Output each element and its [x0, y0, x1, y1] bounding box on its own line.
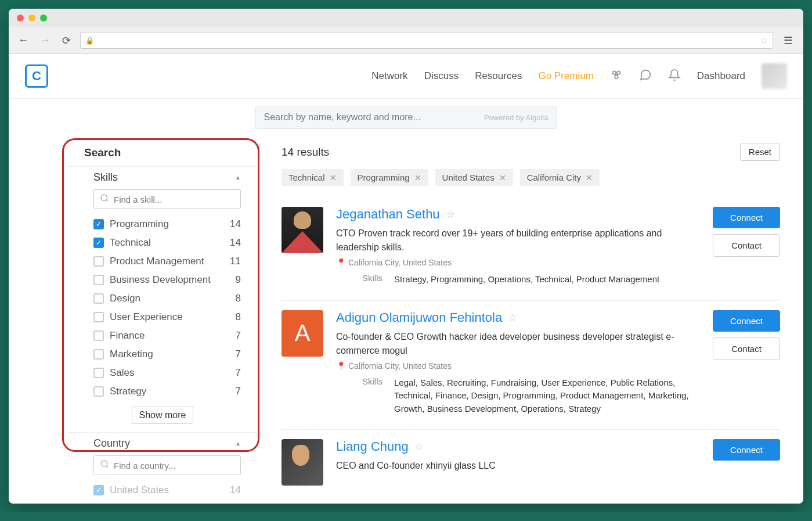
- facet-item-design[interactable]: Design 8: [67, 289, 258, 308]
- lock-icon: 🔒: [85, 37, 94, 45]
- chip-remove-icon[interactable]: ✕: [414, 173, 421, 182]
- svg-point-3: [101, 195, 107, 201]
- connect-button[interactable]: Connect: [713, 439, 780, 461]
- search-row: Powered by Algolia: [9, 99, 803, 136]
- nav-go-premium[interactable]: Go Premium: [538, 70, 593, 82]
- checkbox-icon[interactable]: [93, 256, 104, 267]
- result-location: 📍California City, United States: [336, 361, 700, 371]
- result-body: Jeganathan Sethu ☆ CTO Proven track reco…: [336, 207, 700, 286]
- result-actions: Connect: [713, 439, 780, 486]
- chip-programming: Programming✕: [351, 169, 428, 186]
- result-avatar[interactable]: A: [282, 310, 323, 357]
- facet-item-business-development[interactable]: Business Development 9: [67, 271, 258, 289]
- chip-label: California City: [527, 173, 581, 182]
- chip-remove-icon[interactable]: ✕: [586, 173, 593, 182]
- chip-technical: Technical✕: [282, 169, 344, 186]
- checkbox-icon[interactable]: [93, 293, 104, 304]
- country-search-input[interactable]: [114, 461, 234, 470]
- facet-label: Marketing: [110, 348, 230, 360]
- location-text: California City, United States: [348, 361, 452, 371]
- result-actions: Connect Contact: [713, 207, 780, 286]
- facet-item-united-states[interactable]: ✓ United States 14: [67, 481, 258, 500]
- browser-menu-button[interactable]: ☰: [780, 33, 796, 48]
- skills-facet-title: Skills: [93, 171, 118, 184]
- facet-count: 14: [230, 484, 241, 496]
- facet-item-technical[interactable]: ✓ Technical 14: [67, 233, 258, 252]
- reload-button[interactable]: ⟳: [60, 33, 73, 48]
- skills-search[interactable]: [93, 189, 241, 209]
- search-box[interactable]: Powered by Algolia: [255, 106, 557, 129]
- facet-item-programming[interactable]: ✓ Programming 14: [67, 215, 258, 233]
- result-name-link[interactable]: Liang Chung: [336, 439, 409, 454]
- nav-discuss[interactable]: Discuss: [424, 70, 459, 82]
- result-body: Adigun Olamijuwon Fehintola ☆ Co-founder…: [336, 310, 700, 416]
- checkbox-icon[interactable]: [93, 312, 104, 322]
- facet-label: Sales: [110, 367, 230, 379]
- result-avatar[interactable]: [282, 439, 323, 486]
- cloud-icon[interactable]: [610, 69, 623, 84]
- browser-toolbar: ← → ⟳ 🔒 ☆ ☰: [9, 27, 803, 54]
- facet-item-finance[interactable]: Finance 7: [67, 326, 258, 345]
- skills-facet-header[interactable]: Skills ▲: [67, 166, 258, 189]
- chip-remove-icon[interactable]: ✕: [499, 173, 506, 182]
- checkbox-icon[interactable]: [93, 275, 104, 285]
- user-avatar[interactable]: [762, 63, 787, 89]
- search-input[interactable]: [264, 112, 484, 123]
- chat-icon[interactable]: [639, 69, 652, 84]
- checkbox-icon[interactable]: [93, 349, 104, 360]
- window-minimize-button[interactable]: [28, 15, 35, 21]
- address-bar[interactable]: 🔒 ☆: [80, 32, 773, 49]
- skills-search-input[interactable]: [114, 195, 234, 204]
- show-more-button[interactable]: Show more: [132, 407, 194, 424]
- checkbox-icon[interactable]: ✓: [93, 219, 104, 229]
- nav-resources[interactable]: Resources: [475, 70, 522, 82]
- chip-remove-icon[interactable]: ✕: [330, 173, 337, 182]
- facet-count: 14: [230, 237, 241, 249]
- favorite-star-icon[interactable]: ☆: [414, 440, 424, 453]
- bell-icon[interactable]: [668, 69, 681, 84]
- country-search[interactable]: [93, 455, 241, 475]
- facet-count: 8: [236, 311, 241, 323]
- search-icon: [100, 193, 109, 205]
- checkbox-icon[interactable]: [93, 368, 104, 378]
- checkbox-icon[interactable]: [93, 386, 104, 397]
- bookmark-star-icon[interactable]: ☆: [760, 35, 768, 46]
- country-facet-header[interactable]: Country ▲: [67, 432, 258, 455]
- pin-icon: 📍: [336, 361, 346, 371]
- back-button[interactable]: ←: [16, 33, 31, 48]
- app-logo[interactable]: C: [25, 64, 48, 88]
- nav-dashboard[interactable]: Dashboard: [697, 70, 745, 82]
- chip-label: United States: [442, 173, 495, 182]
- forward-button[interactable]: →: [38, 33, 53, 48]
- favorite-star-icon[interactable]: ☆: [446, 208, 455, 221]
- results-header: 14 results Reset: [282, 143, 780, 161]
- nav-network[interactable]: Network: [371, 70, 407, 82]
- facet-label: United States: [110, 484, 224, 496]
- result-description: CTO Proven track record over 19+ years o…: [336, 227, 700, 254]
- facet-label: Business Development: [110, 274, 230, 286]
- facet-count: 14: [230, 218, 241, 230]
- facet-item-product-management[interactable]: Product Management 11: [67, 252, 258, 271]
- window-close-button[interactable]: [17, 15, 24, 21]
- contact-button[interactable]: Contact: [713, 337, 780, 360]
- pin-icon: 📍: [336, 258, 346, 267]
- contact-button[interactable]: Contact: [713, 234, 780, 257]
- facet-label: Strategy: [110, 386, 230, 397]
- checkbox-icon[interactable]: ✓: [93, 485, 104, 495]
- connect-button[interactable]: Connect: [713, 207, 780, 228]
- result-name-link[interactable]: Adigun Olamijuwon Fehintola: [336, 310, 502, 325]
- facet-item-strategy[interactable]: Strategy 7: [67, 382, 258, 401]
- facet-item-sales[interactable]: Sales 7: [67, 364, 258, 382]
- country-facet-title: Country: [93, 437, 130, 450]
- connect-button[interactable]: Connect: [713, 310, 780, 332]
- reset-button[interactable]: Reset: [740, 143, 780, 161]
- favorite-star-icon[interactable]: ☆: [508, 311, 517, 324]
- result-name-link[interactable]: Jeganathan Sethu: [336, 207, 440, 222]
- window-maximize-button[interactable]: [40, 15, 47, 21]
- facet-item-user-experience[interactable]: User Experience 8: [67, 308, 258, 326]
- checkbox-icon[interactable]: [93, 330, 104, 341]
- result-avatar[interactable]: [282, 207, 323, 253]
- facet-item-marketing[interactable]: Marketing 7: [67, 345, 258, 364]
- checkbox-icon[interactable]: ✓: [93, 238, 104, 248]
- facet-label: Technical: [110, 237, 224, 249]
